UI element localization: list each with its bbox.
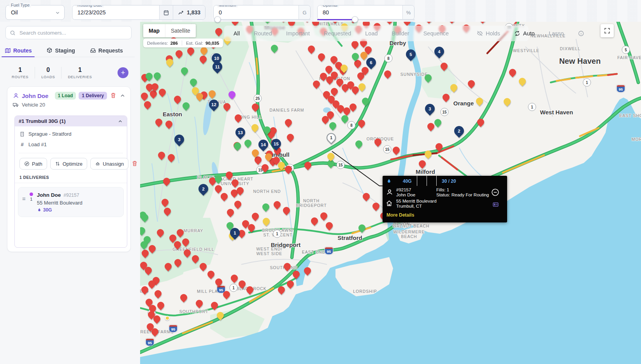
traffic-dot — [165, 316, 170, 320]
tank-icon — [37, 208, 42, 212]
map-type-map[interactable]: Map — [143, 24, 165, 37]
minimum-slider-handle[interactable] — [214, 16, 221, 23]
map-filter-lasso[interactable]: Lasso — [549, 30, 564, 37]
tab-staging-label: Staging — [55, 47, 75, 54]
search-box[interactable] — [5, 26, 132, 39]
building-icon — [19, 131, 25, 137]
optimal-value: 80 — [323, 9, 329, 16]
map-canvas[interactable]: WHITE HILLSSTEPNEYHUNTINGTONSUNNYSIDEDAN… — [140, 22, 641, 364]
minimum-suffix: G — [299, 5, 310, 19]
optimal-slider-handle[interactable] — [352, 16, 358, 23]
map-area-label: NORTHBRIDGEPORT — [296, 198, 327, 208]
tooltip-tank-gauge: 30 / 20 — [442, 178, 456, 184]
optimal-slider[interactable] — [317, 19, 414, 20]
topbar: Fuel Type Oil Routing Date 12/23/2025 1,… — [0, 0, 641, 22]
route-shield: 15 — [441, 108, 449, 116]
collapse-route-icon[interactable] — [119, 93, 126, 99]
stop-color-dot — [30, 192, 33, 196]
delivery-customer-name: John Doe — [37, 192, 61, 198]
inbox-icon — [90, 47, 96, 54]
map-area-label: SUNNYSIDE — [400, 72, 428, 77]
map-area-label: MURRAY — [184, 228, 204, 233]
gallons-stat[interactable]: 1,833 — [173, 5, 205, 19]
search-input[interactable] — [19, 30, 127, 36]
more-details-link[interactable]: More Details — [386, 212, 414, 218]
search-icon — [10, 30, 16, 36]
unassign-button[interactable]: Unassign — [90, 158, 128, 170]
tab-staging[interactable]: Staging — [45, 44, 76, 57]
route-card: John Doe 1 Load 1 Delivery Vehicle 20 #1… — [7, 86, 131, 252]
truck-icon — [13, 102, 19, 108]
map-filter-sequence[interactable]: Sequence — [423, 30, 449, 37]
map-filter-routed[interactable]: Routed — [254, 30, 272, 37]
load-group-header[interactable]: #1 Trumbull 30G (1) — [15, 116, 127, 126]
tab-requests[interactable]: Requests — [88, 44, 125, 57]
interstate-shield: 95 — [169, 325, 178, 332]
delete-load-button[interactable] — [132, 160, 138, 167]
person-icon — [13, 93, 19, 99]
map-area-label: NORTH END — [253, 189, 281, 194]
load-badge[interactable]: 1 Load — [55, 92, 76, 100]
depot-label: Sprague - Stratford — [28, 131, 72, 137]
fuel-type-select[interactable]: Fuel Type Oil — [5, 5, 65, 20]
map-area-label: EAST END — [302, 250, 325, 254]
path-button[interactable]: Path — [19, 158, 47, 170]
map-area-label: WESTVILLE — [513, 48, 539, 53]
map-filter-all[interactable]: All — [234, 30, 240, 37]
map-city-label: New Haven — [559, 57, 601, 66]
delete-route-button[interactable] — [110, 92, 117, 99]
fullscreen-button[interactable] — [601, 24, 614, 37]
sort-arrows-icon — [55, 161, 60, 166]
minimum-slider[interactable] — [215, 19, 311, 20]
collapse-group-icon[interactable] — [118, 119, 123, 124]
gallons-stat-value: 1,833 — [187, 9, 200, 16]
tab-routes-label: Routes — [13, 47, 32, 54]
driver-name[interactable]: John Doe — [22, 93, 48, 99]
trash-icon — [110, 92, 116, 98]
map-type-satellite[interactable]: Satellite — [165, 24, 196, 37]
map-area-label: WEST END/WEST SIDE — [256, 247, 282, 256]
map-filter-important[interactable]: Important — [286, 30, 310, 37]
tab-routes[interactable]: Routes — [3, 44, 33, 57]
remove-stop-icon[interactable] — [491, 188, 499, 196]
map-filter-load[interactable]: Load — [365, 30, 378, 37]
optimize-button[interactable]: Optimize — [50, 158, 87, 170]
add-route-button[interactable]: + — [118, 67, 128, 78]
tab-requests-label: Requests — [98, 47, 123, 54]
map-filter-requested[interactable]: Requested — [324, 30, 351, 37]
info-icon — [578, 30, 584, 37]
map-filter-builder[interactable]: Builder — [392, 30, 409, 37]
routing-date-input[interactable]: Routing Date 12/23/2025 — [72, 5, 159, 19]
eye-off-icon — [477, 30, 483, 37]
minimum-input[interactable]: Minimum 0 — [214, 5, 299, 19]
load-group: #1 Trumbull 30G (1) Sprague - Stratford … — [14, 116, 127, 248]
route-shield: 8 — [348, 121, 356, 130]
deliveries-header: 1 DELIVERIES — [19, 175, 127, 180]
route-shield: 1 — [528, 103, 536, 111]
route-shield: 5 — [622, 46, 630, 54]
contact-card-icon[interactable] — [492, 201, 499, 208]
drag-handle-icon[interactable]: ≡ — [22, 191, 26, 213]
fuel-type-label: Fuel Type — [9, 3, 31, 7]
sidebar-tabs: Routes Staging Requests — [0, 44, 135, 57]
calendar-button[interactable] — [159, 5, 173, 19]
route-shield: 1 — [230, 284, 238, 292]
map-filter-holds[interactable]: Holds — [477, 30, 500, 37]
cube-icon — [46, 47, 53, 54]
fullscreen-icon — [604, 27, 611, 34]
delivery-list-item[interactable]: ≡ 1 John Doe#92157 55 Merritt Boulevard … — [18, 187, 124, 217]
stat-deliveries: 1DELIVERIES — [61, 66, 98, 79]
map-filter-info[interactable] — [578, 30, 584, 37]
tooltip-fills: Fills: 1 — [436, 187, 489, 192]
vehicle-label: Vehicle 20 — [22, 102, 45, 108]
optimal-input[interactable]: Optimal 80 — [318, 5, 402, 19]
delivery-tooltip: 40G 30 / 20 #92157 John Doe Fills: 1 Sta… — [383, 176, 507, 222]
interstate-shield: 95 — [325, 247, 334, 255]
routing-date-label: Routing Date — [76, 5, 104, 7]
map-stats-badge: Deliveries: 286 Est. Gal: 90,035 — [143, 38, 223, 47]
map-icon — [5, 47, 11, 54]
map-area-label: WILDERMEREBEACH — [393, 229, 425, 239]
trash-icon — [132, 160, 138, 166]
map-filter-auto[interactable]: Auto — [514, 30, 535, 37]
delivery-badge[interactable]: 1 Delivery — [79, 92, 107, 100]
